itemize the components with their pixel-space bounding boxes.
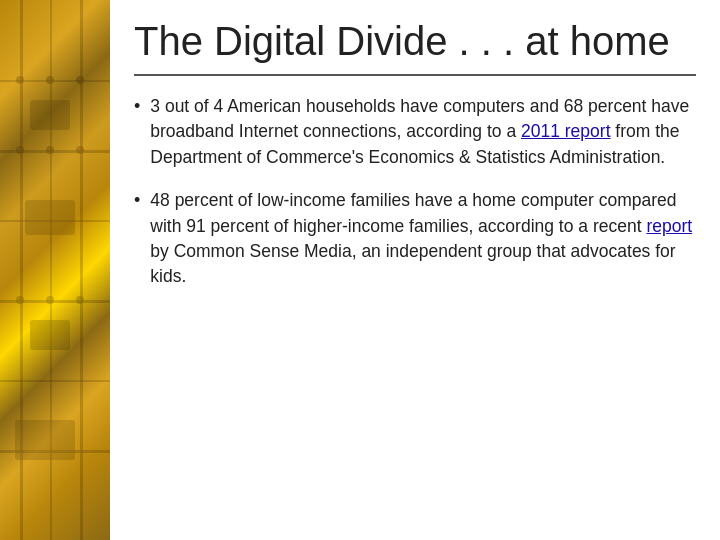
report-link-1[interactable]: 2011 report <box>521 121 611 141</box>
circuit-board-image <box>0 0 110 540</box>
svg-rect-9 <box>30 100 70 130</box>
svg-point-17 <box>46 146 54 154</box>
main-content: The Digital Divide . . . at home • 3 out… <box>110 0 720 540</box>
svg-rect-10 <box>25 200 75 235</box>
page-title: The Digital Divide . . . at home <box>134 18 696 64</box>
title-section: The Digital Divide . . . at home <box>110 0 720 74</box>
bullet-text-2: 48 percent of low-income families have a… <box>150 188 696 290</box>
svg-rect-11 <box>30 320 70 350</box>
title-divider <box>134 74 696 76</box>
svg-rect-7 <box>0 380 110 382</box>
bullet-dot-1: • <box>134 96 140 117</box>
bullet-text-1: 3 out of 4 American households have comp… <box>150 94 696 170</box>
bullet-item-1: • 3 out of 4 American households have co… <box>134 94 696 170</box>
svg-point-18 <box>76 146 84 154</box>
svg-point-16 <box>16 146 24 154</box>
svg-point-15 <box>76 76 84 84</box>
svg-point-14 <box>46 76 54 84</box>
svg-point-13 <box>16 76 24 84</box>
report-link-2[interactable]: report <box>646 216 692 236</box>
svg-point-20 <box>46 296 54 304</box>
bullet-dot-2: • <box>134 190 140 211</box>
svg-rect-12 <box>15 420 75 460</box>
svg-point-21 <box>76 296 84 304</box>
bullet-item-2: • 48 percent of low-income families have… <box>134 188 696 290</box>
svg-point-19 <box>16 296 24 304</box>
bullets-section: • 3 out of 4 American households have co… <box>110 94 720 540</box>
